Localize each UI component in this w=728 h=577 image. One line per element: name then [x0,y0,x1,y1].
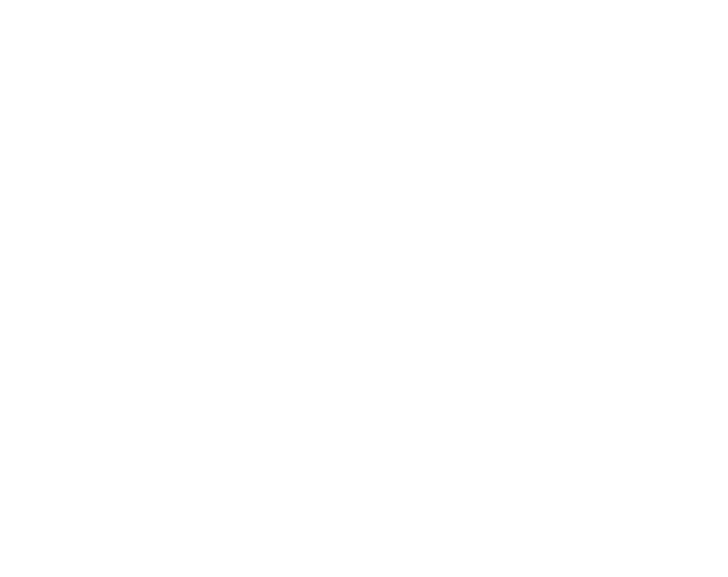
flame-graph [0,0,728,577]
trace-viewer [0,0,728,577]
